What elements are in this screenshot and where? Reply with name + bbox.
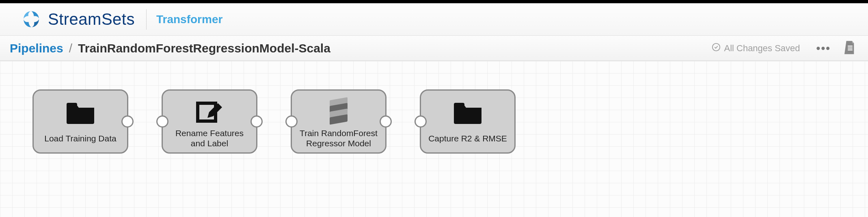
- streamsets-logo-icon: [20, 9, 42, 30]
- pipeline-node[interactable]: Train RandomForest Regressor Model: [291, 89, 386, 154]
- node-label: Load Training Data: [44, 129, 116, 148]
- output-port[interactable]: [380, 115, 392, 128]
- svg-point-0: [713, 43, 720, 50]
- breadcrumb-separator: /: [69, 41, 72, 55]
- brand-name: StreamSets: [48, 10, 135, 28]
- breadcrumb: Pipelines / TrainRandomForestRegressionM…: [10, 41, 330, 55]
- node-label: Rename Features and Label: [175, 128, 244, 148]
- svg-rect-2: [848, 48, 853, 48]
- pipeline-node[interactable]: Load Training Data: [32, 89, 128, 154]
- input-port[interactable]: [285, 115, 298, 128]
- pipeline-canvas[interactable]: Load Training DataRename Features and La…: [0, 61, 868, 217]
- breadcrumb-bar: Pipelines / TrainRandomForestRegressionM…: [0, 36, 868, 61]
- window-top-border: [0, 0, 868, 3]
- scala-icon: [330, 97, 348, 126]
- app-header: StreamSets Transformer: [0, 3, 868, 36]
- ellipsis-icon: •••: [816, 42, 831, 54]
- more-menu-button[interactable]: •••: [812, 40, 836, 56]
- breadcrumb-root-link[interactable]: Pipelines: [10, 41, 63, 55]
- pipeline-flow: Load Training DataRename Features and La…: [32, 89, 516, 154]
- node-label: Train RandomForest Regressor Model: [300, 128, 378, 148]
- folder-icon: [453, 97, 482, 127]
- node-label: Capture R2 & RMSE: [428, 129, 507, 148]
- product-name: Transformer: [156, 13, 222, 26]
- svg-rect-1: [848, 46, 853, 46]
- pipeline-node[interactable]: Rename Features and Label: [162, 89, 257, 154]
- pipeline-node[interactable]: Capture R2 & RMSE: [420, 89, 516, 154]
- input-port[interactable]: [156, 115, 168, 128]
- folder-icon: [66, 97, 95, 127]
- brand-logo[interactable]: StreamSets: [20, 9, 135, 30]
- save-status: All Changes Saved: [712, 43, 800, 54]
- input-port[interactable]: [415, 115, 427, 128]
- output-port[interactable]: [121, 115, 134, 128]
- output-port[interactable]: [250, 115, 263, 128]
- breadcrumb-current: TrainRandomForestRegressionModel-Scala: [78, 41, 330, 55]
- check-circle-icon: [712, 43, 721, 54]
- document-button[interactable]: [844, 41, 856, 56]
- save-status-text: All Changes Saved: [724, 43, 800, 54]
- header-divider: [146, 9, 147, 30]
- svg-rect-3: [848, 49, 853, 50]
- edit-icon: [195, 97, 224, 126]
